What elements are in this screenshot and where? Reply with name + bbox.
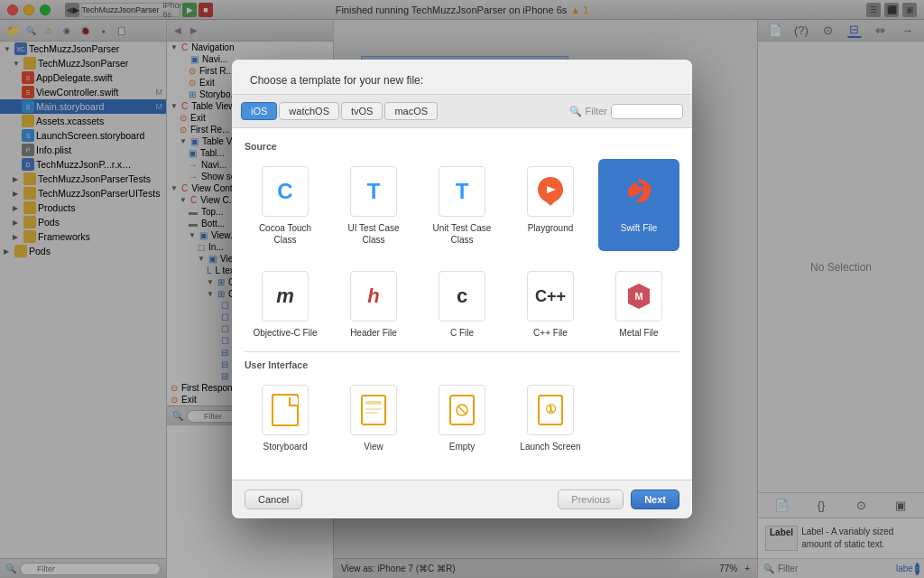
template-c-file[interactable]: c C File: [421, 264, 503, 344]
launch-screen-label: Launch Screen: [520, 441, 580, 452]
modal-overlay[interactable]: Choose a template for your new file: iOS…: [0, 0, 924, 578]
launch-screen-template-icon: ①: [527, 385, 574, 435]
cocoa-touch-icon-box: C: [260, 164, 310, 219]
storyboard-template-label: Storyboard: [263, 441, 308, 452]
ui-template-grid: Storyboard View: [245, 378, 679, 458]
unit-test-icon: T: [439, 166, 485, 217]
cpp-label: C++ File: [533, 327, 568, 339]
tab-ios[interactable]: iOS: [241, 102, 277, 120]
modal-header: Choose a template for your new file:: [232, 60, 692, 95]
previous-button[interactable]: Previous: [558, 489, 624, 509]
swift-file-label: Swift File: [621, 222, 658, 234]
modal-tab-bar: iOS watchOS tvOS macOS 🔍 Filter: [232, 95, 692, 128]
cocoa-touch-label: Cocoa Touch Class: [248, 222, 322, 246]
view-svg: [360, 394, 387, 426]
template-metal[interactable]: M Metal File: [598, 264, 679, 344]
template-unit-test[interactable]: T Unit Test Case Class: [421, 159, 503, 251]
c-file-icon-box: c: [437, 269, 487, 323]
objc-icon: m: [262, 271, 309, 322]
c-file-icon: c: [439, 271, 485, 322]
template-cpp[interactable]: C++ C++ File: [510, 264, 591, 344]
ui-test-icon: T: [350, 166, 397, 217]
empty-template-icon: [439, 385, 485, 435]
ui-test-icon-box: T: [348, 164, 399, 219]
modal-filter-input[interactable]: [611, 104, 683, 119]
template-cocoa-touch[interactable]: C Cocoa Touch Class: [245, 159, 326, 251]
template-empty[interactable]: Empty: [421, 378, 503, 458]
cpp-icon-box: C++: [525, 269, 576, 323]
view-template-icon: [350, 385, 397, 435]
launch-svg: ①: [537, 394, 564, 426]
tab-macos[interactable]: macOS: [384, 102, 438, 120]
metal-icon: M: [615, 271, 662, 322]
section-divider: [245, 351, 679, 352]
modal-title: Choose a template for your new file:: [250, 74, 423, 87]
svg-rect-3: [365, 401, 382, 405]
next-button[interactable]: Next: [631, 489, 679, 509]
svg-text:①: ①: [545, 402, 557, 416]
metal-svg: M: [624, 280, 653, 312]
metal-label: Metal File: [619, 327, 658, 339]
playground-svg: [534, 173, 567, 210]
playground-label: Playground: [528, 222, 574, 234]
svg-line-8: [458, 406, 466, 414]
empty-template-label: Empty: [449, 441, 475, 452]
cocoa-touch-icon: C: [262, 166, 309, 217]
storyboard-shape: [272, 394, 299, 426]
view-icon-box: [348, 383, 399, 437]
objc-label: Objective-C File: [253, 327, 317, 339]
storyboard-icon-box: [260, 383, 310, 437]
metal-icon-box: M: [614, 269, 664, 323]
swift-file-icon: [615, 166, 662, 217]
empty-icon-box: [437, 383, 487, 437]
template-storyboard[interactable]: Storyboard: [245, 378, 326, 458]
filter-icon: 🔍: [569, 106, 582, 117]
cpp-icon: C++: [527, 271, 574, 322]
template-view[interactable]: View: [333, 378, 414, 458]
unit-test-label: Unit Test Case Class: [425, 222, 499, 246]
ui-test-label: UI Test Case Class: [337, 222, 411, 246]
svg-rect-5: [365, 412, 378, 414]
filter-area: 🔍 Filter: [569, 104, 683, 119]
svg-text:M: M: [634, 291, 642, 302]
launch-screen-icon-box: ①: [525, 383, 576, 437]
tab-watchos[interactable]: watchOS: [279, 102, 339, 120]
storyboard-template-icon: [262, 385, 309, 435]
header-icon-box: h: [348, 269, 399, 323]
svg-rect-4: [365, 408, 382, 410]
view-template-label: View: [364, 441, 383, 452]
template-launch-screen[interactable]: ① Launch Screen: [510, 378, 591, 458]
template-swift-file[interactable]: Swift File: [598, 159, 679, 251]
cancel-button[interactable]: Cancel: [245, 489, 302, 509]
template-header[interactable]: h Header File: [333, 264, 414, 344]
modal-footer: Cancel Previous Next: [232, 480, 692, 518]
unit-test-icon-box: T: [437, 164, 487, 219]
source-template-grid: C Cocoa Touch Class T UI Test Case Class…: [245, 159, 679, 251]
playground-icon-box: [525, 164, 576, 219]
template-ui-test[interactable]: T UI Test Case Class: [333, 159, 414, 251]
c-file-label: C File: [450, 327, 474, 339]
swift-logo-svg: [623, 173, 655, 210]
swift-file-icon-box: [614, 164, 664, 219]
user-interface-section-header: User Interface: [245, 359, 679, 370]
modal-body: Source C Cocoa Touch Class T UI Test Cas…: [232, 128, 692, 480]
empty-svg: [448, 394, 476, 426]
header-icon: h: [350, 271, 397, 322]
playground-icon: [527, 166, 574, 217]
header-label: Header File: [350, 327, 397, 339]
source-section-header: Source: [245, 141, 679, 152]
tab-tvos[interactable]: tvOS: [341, 102, 383, 120]
template-playground[interactable]: Playground: [510, 159, 591, 251]
objc-icon-box: m: [260, 269, 310, 323]
template-objc[interactable]: m Objective-C File: [245, 264, 326, 344]
new-file-modal: Choose a template for your new file: iOS…: [232, 60, 692, 518]
filter-label: Filter: [586, 106, 607, 117]
source-template-grid-2: m Objective-C File h Header File c C: [245, 264, 679, 344]
